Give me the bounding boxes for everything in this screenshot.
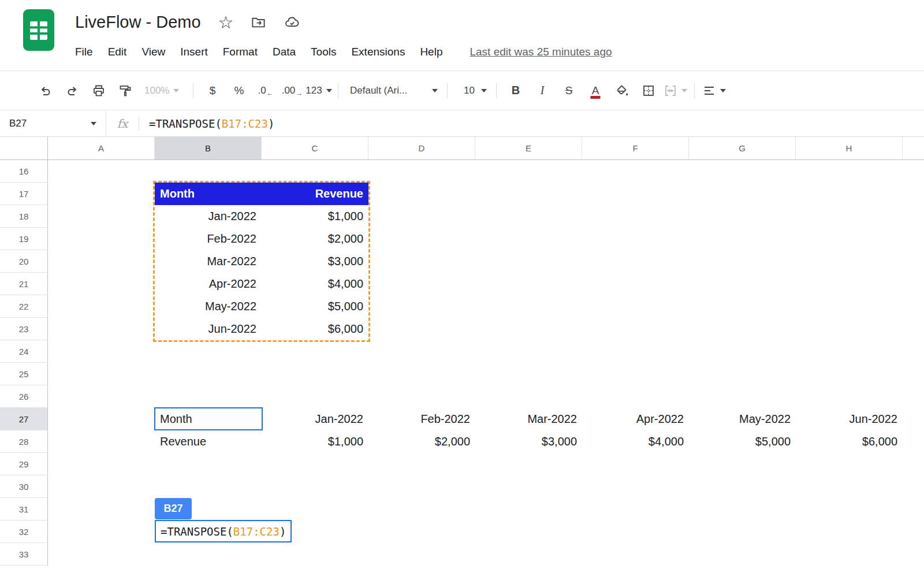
cell-H17[interactable]	[796, 183, 903, 205]
cell-D18[interactable]	[368, 205, 475, 228]
cell-H26[interactable]	[796, 385, 903, 408]
cell-B28[interactable]: Revenue	[155, 430, 262, 453]
cell-G32[interactable]	[689, 521, 796, 543]
cell-G18[interactable]	[689, 205, 796, 228]
cell-E16[interactable]	[475, 160, 582, 183]
cell-E26[interactable]	[475, 385, 582, 408]
cell-D16[interactable]	[368, 160, 475, 183]
cell-A28[interactable]	[48, 430, 155, 453]
cell-D27[interactable]: Feb-2022	[368, 408, 475, 430]
cell-G23[interactable]	[689, 318, 796, 340]
cell-A27[interactable]	[48, 408, 155, 430]
cell-B19[interactable]: Feb-2022	[155, 228, 262, 250]
cell-F16[interactable]	[582, 160, 689, 183]
print-button[interactable]	[85, 78, 112, 103]
cell-B33[interactable]	[155, 543, 262, 566]
cell-C31[interactable]	[262, 498, 368, 521]
redo-button[interactable]	[59, 78, 85, 103]
cell-C25[interactable]	[262, 363, 368, 385]
row-header-29[interactable]: 29	[0, 453, 48, 475]
column-header-H[interactable]: H	[796, 137, 903, 160]
column-header-G[interactable]: G	[689, 137, 796, 160]
row-header-26[interactable]: 26	[0, 385, 48, 408]
cell-A32[interactable]	[48, 521, 155, 543]
row-header-22[interactable]: 22	[0, 295, 48, 318]
cell-G26[interactable]	[689, 385, 796, 408]
cell-G33[interactable]	[689, 543, 796, 566]
menu-view[interactable]: View	[134, 44, 173, 60]
cell-H24[interactable]	[796, 340, 903, 363]
cell-B27[interactable]: Month	[155, 408, 262, 430]
cell-G19[interactable]	[689, 228, 796, 250]
cell-E22[interactable]	[475, 295, 582, 318]
cell-C24[interactable]	[262, 340, 368, 363]
menu-format[interactable]: Format	[215, 44, 265, 60]
cell-C18[interactable]: $1,000	[262, 205, 368, 228]
cell-B22[interactable]: May-2022	[155, 295, 262, 318]
cell-F26[interactable]	[582, 385, 689, 408]
row-header-17[interactable]: 17	[0, 183, 48, 205]
cell-B20[interactable]: Mar-2022	[155, 250, 262, 273]
cell-B26[interactable]	[155, 385, 262, 408]
cell-A26[interactable]	[48, 385, 155, 408]
cell-A33[interactable]	[48, 543, 155, 566]
document-title[interactable]: LiveFlow - Demo	[75, 13, 201, 32]
cell-H28[interactable]: $6,000	[796, 430, 903, 453]
bold-button[interactable]: B	[502, 78, 529, 103]
cell-C30[interactable]	[262, 475, 368, 498]
cell-H16[interactable]	[796, 160, 903, 183]
font-select[interactable]: Default (Ari...	[344, 78, 441, 103]
column-header-E[interactable]: E	[475, 137, 582, 160]
cell-F18[interactable]	[582, 205, 689, 228]
cell-G31[interactable]	[689, 498, 796, 521]
star-icon[interactable]: ☆	[218, 14, 234, 31]
row-header-31[interactable]: 31	[0, 498, 48, 521]
cell-E17[interactable]	[475, 183, 582, 205]
cell-C21[interactable]: $4,000	[262, 273, 368, 295]
more-formats-button[interactable]: 123	[305, 78, 332, 103]
cell-H21[interactable]	[796, 273, 903, 295]
cell-H27[interactable]: Jun-2022	[796, 408, 903, 430]
merge-cells-button[interactable]	[662, 78, 688, 103]
cell-C28[interactable]: $1,000	[262, 430, 368, 453]
cell-F33[interactable]	[582, 543, 689, 566]
cell-B30[interactable]	[155, 475, 262, 498]
cell-A25[interactable]	[48, 363, 155, 385]
cell-A24[interactable]	[48, 340, 155, 363]
last-edit-status[interactable]: Last edit was 25 minutes ago	[470, 46, 612, 58]
cell-A29[interactable]	[48, 453, 155, 475]
cell-C27[interactable]: Jan-2022	[262, 408, 368, 430]
cell-D29[interactable]	[368, 453, 475, 475]
cell-H30[interactable]	[796, 475, 903, 498]
cell-C26[interactable]	[262, 385, 368, 408]
cell-H31[interactable]	[796, 498, 903, 521]
column-header-A[interactable]: A	[48, 137, 155, 160]
cell-F27[interactable]: Apr-2022	[582, 408, 689, 430]
cell-D21[interactable]	[368, 273, 475, 295]
menu-data[interactable]: Data	[265, 44, 303, 60]
cell-D33[interactable]	[368, 543, 475, 566]
cell-G24[interactable]	[689, 340, 796, 363]
cell-A23[interactable]	[48, 318, 155, 340]
borders-button[interactable]	[635, 78, 662, 103]
strikethrough-button[interactable]: S	[556, 78, 582, 103]
cell-F20[interactable]	[582, 250, 689, 273]
cell-H20[interactable]	[796, 250, 903, 273]
column-header-D[interactable]: D	[368, 137, 475, 160]
decrease-decimals-button[interactable]: .0←	[252, 78, 279, 103]
cell-B16[interactable]	[155, 160, 262, 183]
cell-D17[interactable]	[368, 183, 475, 205]
cell-G20[interactable]	[689, 250, 796, 273]
cell-D23[interactable]	[368, 318, 475, 340]
cell-E27[interactable]: Mar-2022	[475, 408, 582, 430]
cell-E23[interactable]	[475, 318, 582, 340]
row-header-16[interactable]: 16	[0, 160, 48, 183]
cell-A17[interactable]	[48, 183, 155, 205]
cell-G21[interactable]	[689, 273, 796, 295]
formula-input[interactable]: =TRANSPOSE(B17:C23)	[149, 117, 274, 130]
cell-E25[interactable]	[475, 363, 582, 385]
cell-C16[interactable]	[262, 160, 368, 183]
row-header-33[interactable]: 33	[0, 543, 48, 566]
menu-insert[interactable]: Insert	[173, 44, 215, 60]
row-header-24[interactable]: 24	[0, 340, 48, 363]
